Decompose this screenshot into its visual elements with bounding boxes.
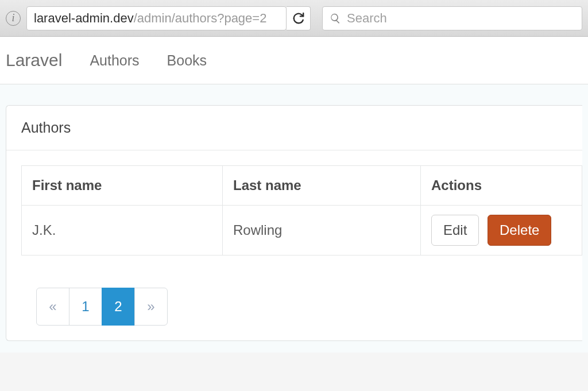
content-area: Authors First name Last name Actions J.K…: [0, 84, 588, 353]
url-path: /admin/authors?page=2: [134, 11, 267, 26]
cell-first-name: J.K.: [22, 206, 223, 255]
pagination: « 1 2 »: [36, 288, 582, 326]
browser-toolbar: i laravel-admin.dev/admin/authors?page=2…: [0, 0, 588, 37]
edit-button[interactable]: Edit: [431, 215, 479, 246]
page-1[interactable]: 1: [69, 288, 102, 326]
search-icon: [330, 13, 341, 24]
page-next[interactable]: »: [134, 288, 168, 326]
page-prev[interactable]: «: [36, 288, 69, 326]
nav-link-authors[interactable]: Authors: [90, 52, 139, 69]
delete-button[interactable]: Delete: [488, 215, 551, 246]
authors-table: First name Last name Actions J.K. Rowlin…: [21, 165, 582, 255]
search-placeholder: Search: [347, 11, 387, 26]
col-header-last-name: Last name: [223, 166, 421, 206]
url-host: laravel-admin.dev: [34, 11, 134, 26]
authors-card: Authors First name Last name Actions J.K…: [6, 105, 582, 341]
page-2[interactable]: 2: [102, 288, 135, 326]
col-header-actions: Actions: [421, 166, 582, 206]
cell-last-name: Rowling: [223, 206, 421, 255]
reload-button[interactable]: [287, 6, 311, 30]
table-row: J.K. Rowling Edit Delete: [22, 206, 582, 255]
reload-icon: [292, 12, 305, 25]
app-header: Laravel Authors Books: [0, 37, 588, 84]
search-bar[interactable]: Search: [322, 6, 582, 30]
brand[interactable]: Laravel: [6, 51, 62, 70]
cell-actions: Edit Delete: [421, 206, 582, 255]
site-info-icon[interactable]: i: [6, 11, 21, 26]
nav-link-books[interactable]: Books: [167, 52, 207, 69]
col-header-first-name: First name: [22, 166, 223, 206]
card-title: Authors: [6, 106, 582, 150]
address-bar[interactable]: laravel-admin.dev/admin/authors?page=2: [26, 6, 287, 30]
